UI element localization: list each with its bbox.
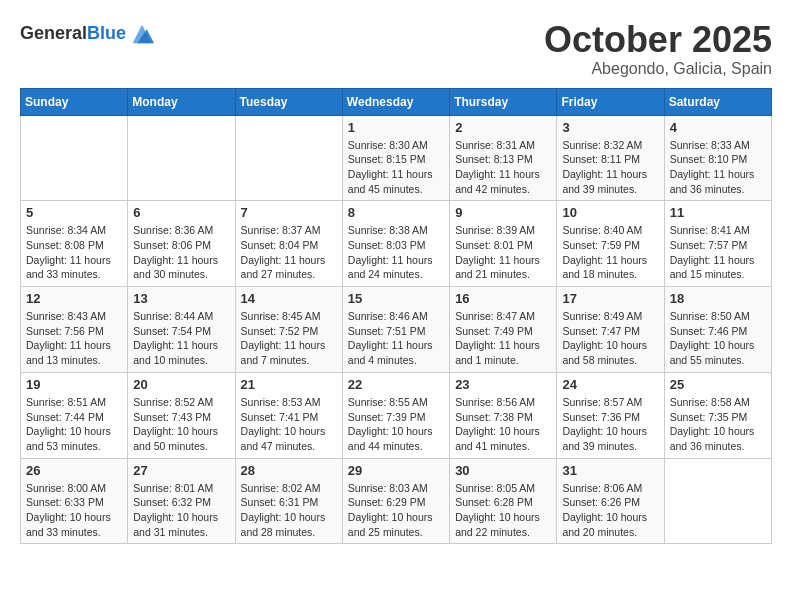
location: Abegondo, Galicia, Spain	[544, 60, 772, 78]
day-info: Sunrise: 8:03 AM Sunset: 6:29 PM Dayligh…	[348, 481, 444, 540]
calendar-cell: 16Sunrise: 8:47 AM Sunset: 7:49 PM Dayli…	[450, 287, 557, 373]
calendar-cell: 9Sunrise: 8:39 AM Sunset: 8:01 PM Daylig…	[450, 201, 557, 287]
day-info: Sunrise: 8:36 AM Sunset: 8:06 PM Dayligh…	[133, 223, 229, 282]
day-number: 22	[348, 377, 444, 392]
day-number: 26	[26, 463, 122, 478]
day-number: 16	[455, 291, 551, 306]
calendar-cell: 27Sunrise: 8:01 AM Sunset: 6:32 PM Dayli…	[128, 458, 235, 544]
calendar-week-2: 5Sunrise: 8:34 AM Sunset: 8:08 PM Daylig…	[21, 201, 772, 287]
calendar-cell: 19Sunrise: 8:51 AM Sunset: 7:44 PM Dayli…	[21, 372, 128, 458]
calendar-cell: 10Sunrise: 8:40 AM Sunset: 7:59 PM Dayli…	[557, 201, 664, 287]
day-info: Sunrise: 8:55 AM Sunset: 7:39 PM Dayligh…	[348, 395, 444, 454]
month-title: October 2025	[544, 20, 772, 60]
calendar-week-3: 12Sunrise: 8:43 AM Sunset: 7:56 PM Dayli…	[21, 287, 772, 373]
weekday-monday: Monday	[128, 88, 235, 115]
weekday-tuesday: Tuesday	[235, 88, 342, 115]
calendar-cell: 28Sunrise: 8:02 AM Sunset: 6:31 PM Dayli…	[235, 458, 342, 544]
calendar-cell	[21, 115, 128, 201]
day-number: 28	[241, 463, 337, 478]
calendar-cell: 15Sunrise: 8:46 AM Sunset: 7:51 PM Dayli…	[342, 287, 449, 373]
day-info: Sunrise: 8:32 AM Sunset: 8:11 PM Dayligh…	[562, 138, 658, 197]
day-number: 29	[348, 463, 444, 478]
day-info: Sunrise: 8:06 AM Sunset: 6:26 PM Dayligh…	[562, 481, 658, 540]
day-number: 5	[26, 205, 122, 220]
day-number: 23	[455, 377, 551, 392]
calendar-cell: 29Sunrise: 8:03 AM Sunset: 6:29 PM Dayli…	[342, 458, 449, 544]
day-number: 31	[562, 463, 658, 478]
day-number: 20	[133, 377, 229, 392]
logo-icon	[128, 20, 156, 48]
day-info: Sunrise: 8:56 AM Sunset: 7:38 PM Dayligh…	[455, 395, 551, 454]
calendar-cell: 5Sunrise: 8:34 AM Sunset: 8:08 PM Daylig…	[21, 201, 128, 287]
day-info: Sunrise: 8:30 AM Sunset: 8:15 PM Dayligh…	[348, 138, 444, 197]
day-info: Sunrise: 8:46 AM Sunset: 7:51 PM Dayligh…	[348, 309, 444, 368]
day-number: 25	[670, 377, 766, 392]
calendar-cell: 26Sunrise: 8:00 AM Sunset: 6:33 PM Dayli…	[21, 458, 128, 544]
weekday-friday: Friday	[557, 88, 664, 115]
calendar-cell: 2Sunrise: 8:31 AM Sunset: 8:13 PM Daylig…	[450, 115, 557, 201]
day-number: 6	[133, 205, 229, 220]
calendar-cell: 1Sunrise: 8:30 AM Sunset: 8:15 PM Daylig…	[342, 115, 449, 201]
calendar-cell: 18Sunrise: 8:50 AM Sunset: 7:46 PM Dayli…	[664, 287, 771, 373]
day-number: 18	[670, 291, 766, 306]
day-info: Sunrise: 8:02 AM Sunset: 6:31 PM Dayligh…	[241, 481, 337, 540]
day-number: 15	[348, 291, 444, 306]
day-info: Sunrise: 8:41 AM Sunset: 7:57 PM Dayligh…	[670, 223, 766, 282]
calendar-week-4: 19Sunrise: 8:51 AM Sunset: 7:44 PM Dayli…	[21, 372, 772, 458]
day-info: Sunrise: 8:33 AM Sunset: 8:10 PM Dayligh…	[670, 138, 766, 197]
day-number: 10	[562, 205, 658, 220]
day-info: Sunrise: 8:53 AM Sunset: 7:41 PM Dayligh…	[241, 395, 337, 454]
day-number: 7	[241, 205, 337, 220]
day-number: 24	[562, 377, 658, 392]
day-info: Sunrise: 8:39 AM Sunset: 8:01 PM Dayligh…	[455, 223, 551, 282]
calendar-cell	[235, 115, 342, 201]
calendar-cell: 13Sunrise: 8:44 AM Sunset: 7:54 PM Dayli…	[128, 287, 235, 373]
calendar-cell: 3Sunrise: 8:32 AM Sunset: 8:11 PM Daylig…	[557, 115, 664, 201]
calendar-cell: 11Sunrise: 8:41 AM Sunset: 7:57 PM Dayli…	[664, 201, 771, 287]
day-number: 8	[348, 205, 444, 220]
day-number: 27	[133, 463, 229, 478]
calendar-cell: 24Sunrise: 8:57 AM Sunset: 7:36 PM Dayli…	[557, 372, 664, 458]
day-info: Sunrise: 8:37 AM Sunset: 8:04 PM Dayligh…	[241, 223, 337, 282]
day-info: Sunrise: 8:43 AM Sunset: 7:56 PM Dayligh…	[26, 309, 122, 368]
day-number: 30	[455, 463, 551, 478]
calendar-body: 1Sunrise: 8:30 AM Sunset: 8:15 PM Daylig…	[21, 115, 772, 544]
day-number: 14	[241, 291, 337, 306]
logo: GeneralBlue	[20, 20, 156, 48]
day-info: Sunrise: 8:00 AM Sunset: 6:33 PM Dayligh…	[26, 481, 122, 540]
calendar-cell: 14Sunrise: 8:45 AM Sunset: 7:52 PM Dayli…	[235, 287, 342, 373]
day-info: Sunrise: 8:34 AM Sunset: 8:08 PM Dayligh…	[26, 223, 122, 282]
logo-blue-text: Blue	[87, 23, 126, 43]
calendar-cell: 6Sunrise: 8:36 AM Sunset: 8:06 PM Daylig…	[128, 201, 235, 287]
day-info: Sunrise: 8:45 AM Sunset: 7:52 PM Dayligh…	[241, 309, 337, 368]
calendar-cell: 4Sunrise: 8:33 AM Sunset: 8:10 PM Daylig…	[664, 115, 771, 201]
day-info: Sunrise: 8:57 AM Sunset: 7:36 PM Dayligh…	[562, 395, 658, 454]
calendar-cell: 20Sunrise: 8:52 AM Sunset: 7:43 PM Dayli…	[128, 372, 235, 458]
weekday-saturday: Saturday	[664, 88, 771, 115]
calendar-cell: 22Sunrise: 8:55 AM Sunset: 7:39 PM Dayli…	[342, 372, 449, 458]
title-block: October 2025 Abegondo, Galicia, Spain	[544, 20, 772, 78]
day-info: Sunrise: 8:49 AM Sunset: 7:47 PM Dayligh…	[562, 309, 658, 368]
calendar-cell: 8Sunrise: 8:38 AM Sunset: 8:03 PM Daylig…	[342, 201, 449, 287]
day-number: 4	[670, 120, 766, 135]
day-info: Sunrise: 8:58 AM Sunset: 7:35 PM Dayligh…	[670, 395, 766, 454]
calendar-header: SundayMondayTuesdayWednesdayThursdayFrid…	[21, 88, 772, 115]
calendar-week-5: 26Sunrise: 8:00 AM Sunset: 6:33 PM Dayli…	[21, 458, 772, 544]
calendar-cell	[664, 458, 771, 544]
calendar-week-1: 1Sunrise: 8:30 AM Sunset: 8:15 PM Daylig…	[21, 115, 772, 201]
day-number: 9	[455, 205, 551, 220]
weekday-sunday: Sunday	[21, 88, 128, 115]
day-info: Sunrise: 8:44 AM Sunset: 7:54 PM Dayligh…	[133, 309, 229, 368]
day-info: Sunrise: 8:31 AM Sunset: 8:13 PM Dayligh…	[455, 138, 551, 197]
calendar-cell: 21Sunrise: 8:53 AM Sunset: 7:41 PM Dayli…	[235, 372, 342, 458]
logo-general-text: General	[20, 23, 87, 43]
calendar-cell: 31Sunrise: 8:06 AM Sunset: 6:26 PM Dayli…	[557, 458, 664, 544]
day-number: 13	[133, 291, 229, 306]
calendar-table: SundayMondayTuesdayWednesdayThursdayFrid…	[20, 88, 772, 545]
day-info: Sunrise: 8:47 AM Sunset: 7:49 PM Dayligh…	[455, 309, 551, 368]
calendar-cell: 17Sunrise: 8:49 AM Sunset: 7:47 PM Dayli…	[557, 287, 664, 373]
day-number: 21	[241, 377, 337, 392]
day-info: Sunrise: 8:50 AM Sunset: 7:46 PM Dayligh…	[670, 309, 766, 368]
day-info: Sunrise: 8:01 AM Sunset: 6:32 PM Dayligh…	[133, 481, 229, 540]
weekday-wednesday: Wednesday	[342, 88, 449, 115]
